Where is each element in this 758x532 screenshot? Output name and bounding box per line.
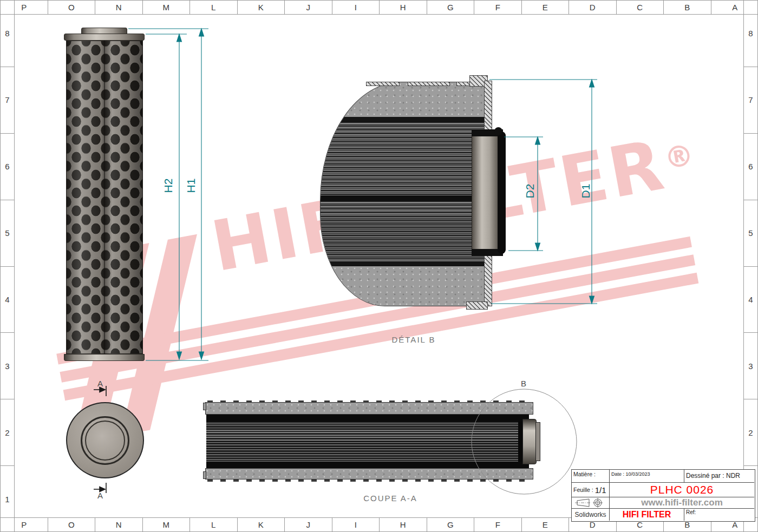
section-pleated-media <box>206 422 518 462</box>
detail-separator <box>321 195 492 201</box>
detail-hatch-strip <box>456 82 471 86</box>
section-separator <box>206 415 529 422</box>
grid-letter: F <box>474 518 522 531</box>
top-view <box>66 402 144 478</box>
grid-number: 6 <box>744 134 757 200</box>
detail-hatch-strip <box>408 82 450 86</box>
detail-pleated-media <box>321 201 492 261</box>
grid-letter: J <box>285 1 332 14</box>
grid-number: 5 <box>1 200 14 267</box>
section-separator <box>206 462 529 468</box>
grid-number: 3 <box>1 333 14 399</box>
ref-label: Ref: <box>684 509 754 521</box>
grid-letter: E <box>522 518 570 531</box>
grid-letter: K <box>238 518 285 531</box>
projection-symbol-cell <box>572 497 610 509</box>
sheet-label: Feuille : <box>573 487 593 493</box>
grid-letter: M <box>143 518 191 531</box>
dim-d2-label: D2 <box>524 175 536 207</box>
grid-letter: I <box>332 518 380 531</box>
grid-letters-top: PONMLKJIHGFEDCBA <box>1 1 758 15</box>
dim-d1-label: D1 <box>580 175 592 207</box>
grid-letter: L <box>190 1 238 14</box>
top-view-center-bore <box>85 421 125 461</box>
grid-letter: F <box>474 1 522 14</box>
grid-letter: H <box>380 518 427 531</box>
section-view <box>205 400 541 482</box>
grid-letter: G <box>427 518 475 531</box>
detail-separator <box>321 117 492 122</box>
grid-letter: D <box>569 1 617 14</box>
detail-hatch-strip <box>466 301 488 310</box>
grid-numbers-right: 87654321 <box>743 1 757 532</box>
grid-numbers-left: 87654321 <box>1 1 15 532</box>
grid-letter: J <box>285 518 332 531</box>
detail-bottom-cap <box>321 266 492 306</box>
grid-letter: K <box>238 1 285 14</box>
section-view-label: COUPE A-A <box>336 494 445 503</box>
grid-letter: L <box>190 518 238 531</box>
grid-letter: N <box>95 1 143 14</box>
dim-h1-label: H1 <box>185 169 197 202</box>
drawing-sheet: HIFI FILTER ® <box>0 0 758 532</box>
grid-number: 4 <box>744 267 757 333</box>
section-shell <box>205 468 533 480</box>
detail-view <box>320 75 553 313</box>
grid-letter: B <box>664 1 711 14</box>
dim-h2-label: H2 <box>162 169 174 202</box>
website: www.hifi-filter.com <box>610 497 754 509</box>
front-view-seam <box>104 41 105 354</box>
grid-letter: E <box>522 1 570 14</box>
section-outer-ticks <box>207 480 532 482</box>
cut-letter-bottom: A <box>89 491 111 500</box>
grid-number: 8 <box>744 1 757 67</box>
grid-letter: I <box>332 1 380 14</box>
detail-hatch-rim <box>484 249 492 306</box>
grid-letter: O <box>48 1 96 14</box>
title-date: Date : 10/03/2023 <box>610 470 684 483</box>
detail-circle-label: B <box>513 379 534 388</box>
section-end-flange <box>535 422 540 461</box>
detail-body <box>320 82 492 306</box>
detail-top-cap <box>321 82 492 117</box>
grid-letter: M <box>143 1 191 14</box>
grid-number: 5 <box>744 200 757 267</box>
sheet-value: 1/1 <box>595 485 606 495</box>
front-view-bottom-cap <box>64 354 145 361</box>
grid-number: 6 <box>1 134 14 200</box>
grid-letter: O <box>48 518 96 531</box>
detail-hatch-strip <box>366 82 400 86</box>
part-number: PLHC 0026 <box>610 483 754 497</box>
title-material-label: Matière : <box>572 470 610 483</box>
grid-number: 3 <box>744 333 757 399</box>
grid-letter: C <box>617 1 664 14</box>
projection-symbol-icon <box>575 498 606 508</box>
section-shell <box>205 402 533 415</box>
brand-name: HIFI FILTER <box>610 509 684 521</box>
section-end-fitting <box>522 419 537 464</box>
detail-pleated-media <box>321 122 492 195</box>
title-sheet-cell: Feuille : 1/1 <box>572 483 610 497</box>
registered-trademark-icon: ® <box>662 137 697 176</box>
grid-number: 1 <box>1 466 14 532</box>
section-left-tab <box>203 403 206 410</box>
detail-oring <box>494 127 502 135</box>
grid-letter: H <box>380 1 427 14</box>
title-block: Matière : Date : 10/03/2023 Dessiné par … <box>571 469 755 522</box>
section-end-seal <box>518 422 522 462</box>
front-view-end-plate <box>64 34 145 41</box>
grid-letter: G <box>427 1 475 14</box>
grid-number: 4 <box>1 267 14 333</box>
grid-number: 2 <box>1 399 14 466</box>
software-name: Solidworks <box>572 509 610 521</box>
section-left-tab <box>203 471 206 479</box>
detail-view-label: DÉTAIL B <box>360 335 468 344</box>
cut-letter-top: A <box>89 379 111 388</box>
grid-letter: N <box>95 518 143 531</box>
detail-seal <box>498 132 506 254</box>
grid-number: 7 <box>1 67 14 134</box>
title-author: Dessiné par : NDR <box>684 470 754 483</box>
detail-separator <box>321 261 492 266</box>
grid-number: 7 <box>744 67 757 134</box>
grid-number: 2 <box>744 399 757 466</box>
